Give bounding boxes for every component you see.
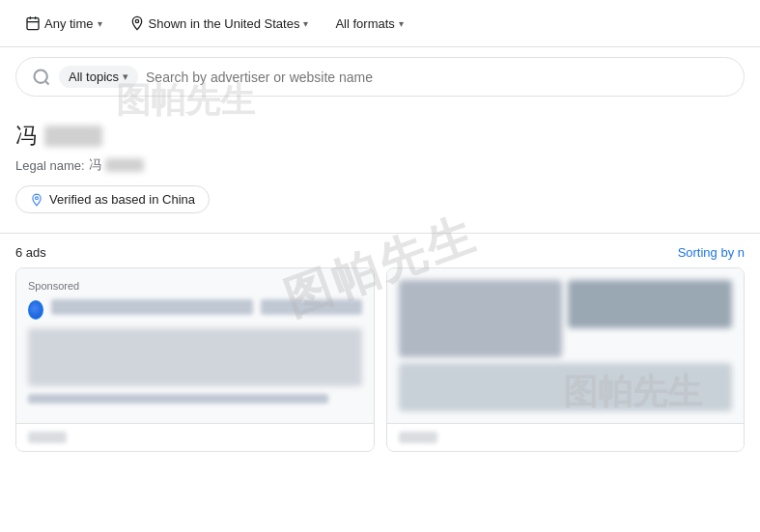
- search-bar: All topics ▾: [15, 57, 745, 97]
- ads-grid: Sponsored: [0, 267, 760, 467]
- ad-card-2-inner: [387, 268, 745, 423]
- svg-point-4: [135, 19, 138, 22]
- topics-chip[interactable]: All topics ▾: [59, 66, 138, 88]
- filter-bar: Any time ▾ Shown in the United States ▾ …: [0, 0, 760, 47]
- ad-headline-short-1: [261, 299, 361, 315]
- ad-footer-1: [16, 423, 374, 451]
- calendar-icon: [25, 15, 41, 31]
- shown-in-filter[interactable]: Shown in the United States ▾: [120, 10, 319, 37]
- legal-name-prefix: 冯: [89, 156, 101, 174]
- ad-subline-1: [28, 394, 328, 404]
- shown-in-label: Shown in the United States: [149, 16, 300, 31]
- ad-img-2: [568, 280, 732, 328]
- all-formats-filter[interactable]: All formats ▾: [325, 11, 412, 37]
- svg-line-6: [45, 80, 49, 84]
- ad-footer-2: [387, 423, 745, 451]
- ad-card-2[interactable]: [386, 267, 746, 452]
- legal-name-label: Legal name:: [15, 158, 85, 173]
- svg-point-5: [35, 70, 47, 82]
- all-formats-label: All formats: [335, 16, 394, 31]
- results-header: 6 ads Sorting by n: [0, 234, 760, 267]
- legal-name-blurred: [105, 158, 144, 172]
- any-time-filter[interactable]: Any time ▾: [15, 10, 112, 37]
- ads-count: 6 ads: [15, 245, 46, 260]
- advertiser-name: 冯: [15, 122, 745, 151]
- all-formats-chevron: ▾: [399, 18, 404, 29]
- topics-chevron: ▾: [123, 70, 128, 83]
- any-time-chevron: ▾: [98, 18, 102, 29]
- sorting-label[interactable]: Sorting by n: [678, 245, 745, 260]
- ad-card-1-inner: Sponsored: [16, 268, 374, 423]
- ad-card-1[interactable]: Sponsored: [15, 267, 375, 452]
- shown-in-chevron: ▾: [303, 18, 308, 29]
- sponsored-label-1: Sponsored: [28, 280, 362, 292]
- ad-body-1: [28, 328, 362, 386]
- topics-label: All topics: [69, 70, 119, 84]
- ad-img-1: [399, 280, 563, 357]
- ad-img-wide: [399, 363, 733, 411]
- any-time-label: Any time: [44, 16, 94, 31]
- verified-location-icon: [30, 193, 43, 207]
- advertiser-name-prefix: 冯: [15, 122, 37, 151]
- verified-badge: Verified as based in China: [15, 185, 210, 213]
- advertiser-section: 冯 Legal name: 冯 Verified as based in Chi…: [0, 106, 760, 234]
- search-icon: [32, 68, 51, 87]
- verified-text: Verified as based in China: [49, 192, 195, 207]
- ad-logo-row-1: [28, 299, 362, 321]
- svg-rect-0: [27, 18, 39, 30]
- location-pin-icon: [129, 15, 145, 31]
- search-input[interactable]: [146, 70, 728, 85]
- advertiser-name-blurred: [44, 126, 102, 147]
- ad-footer-blur-2: [399, 432, 437, 443]
- svg-point-7: [36, 196, 39, 199]
- ad-headline-1: [51, 299, 253, 315]
- ad-footer-blur-1: [28, 432, 67, 443]
- ad-logo-1: [28, 300, 43, 320]
- legal-name-row: Legal name: 冯: [15, 156, 745, 174]
